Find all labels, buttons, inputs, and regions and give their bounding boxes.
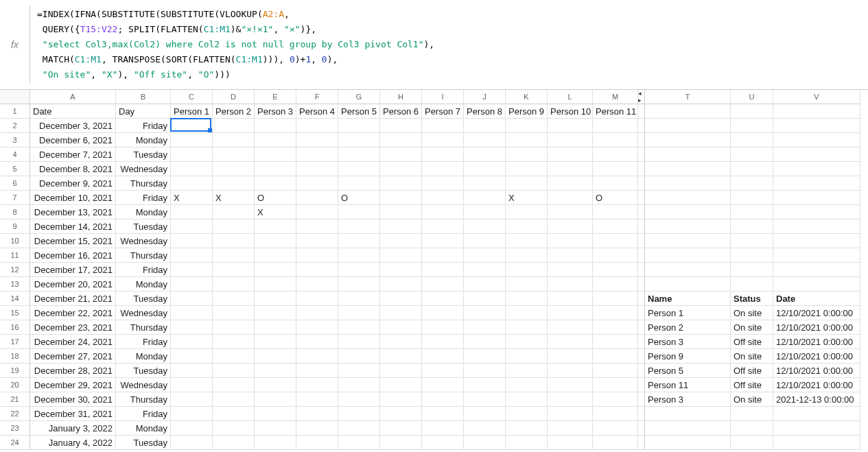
row-header-18[interactable]: 18 — [0, 349, 30, 364]
cell[interactable]: Person 8 — [464, 104, 506, 119]
cell[interactable]: December 24, 2021 — [30, 335, 116, 349]
cell[interactable] — [255, 277, 296, 292]
cell[interactable] — [213, 263, 255, 277]
cell[interactable] — [338, 320, 380, 335]
cell[interactable]: Person 11 — [645, 378, 731, 392]
row-header-10[interactable]: 10 — [0, 234, 30, 248]
cell[interactable] — [731, 176, 773, 191]
cell[interactable] — [338, 364, 380, 378]
cell[interactable] — [296, 349, 338, 364]
cell[interactable] — [506, 378, 548, 392]
cell[interactable] — [464, 147, 506, 162]
cell[interactable] — [731, 421, 773, 436]
row-header-17[interactable]: 17 — [0, 335, 30, 349]
cell[interactable] — [380, 176, 422, 191]
cell[interactable] — [255, 234, 296, 248]
cell[interactable] — [422, 421, 464, 436]
cell[interactable] — [296, 219, 338, 234]
cell[interactable] — [213, 205, 255, 219]
cell[interactable] — [593, 219, 638, 234]
cell[interactable] — [213, 436, 255, 450]
row-header-11[interactable]: 11 — [0, 248, 30, 263]
cell[interactable]: Person 10 — [548, 104, 593, 119]
cell[interactable] — [422, 219, 464, 234]
cell[interactable] — [255, 364, 296, 378]
cell[interactable] — [171, 392, 213, 407]
cell[interactable] — [773, 205, 860, 219]
cell[interactable] — [548, 162, 593, 176]
cell[interactable] — [773, 248, 860, 263]
cell[interactable]: Tuesday — [116, 219, 171, 234]
cell[interactable] — [645, 277, 731, 292]
cell[interactable] — [255, 133, 296, 147]
cell[interactable] — [171, 421, 213, 436]
cell[interactable] — [171, 320, 213, 335]
cell[interactable] — [380, 191, 422, 205]
cell[interactable] — [773, 176, 860, 191]
cell[interactable] — [464, 234, 506, 248]
cell[interactable] — [171, 119, 213, 133]
cell[interactable] — [296, 133, 338, 147]
cell[interactable]: Off site — [731, 364, 773, 378]
col-header-I[interactable]: I — [422, 90, 464, 104]
cell[interactable] — [296, 277, 338, 292]
cell[interactable] — [213, 407, 255, 421]
col-header-B[interactable]: B — [116, 90, 171, 104]
cell[interactable] — [380, 407, 422, 421]
cell[interactable] — [731, 133, 773, 147]
cell[interactable] — [773, 407, 860, 421]
cell[interactable]: X — [213, 191, 255, 205]
cell[interactable] — [548, 407, 593, 421]
cell[interactable] — [422, 248, 464, 263]
cell[interactable] — [506, 162, 548, 176]
row-header-6[interactable]: 6 — [0, 176, 30, 191]
cell[interactable] — [213, 320, 255, 335]
cell[interactable] — [506, 219, 548, 234]
cell[interactable] — [422, 306, 464, 320]
cell[interactable] — [773, 133, 860, 147]
cell[interactable]: 12/10/2021 0:00:00 — [773, 306, 860, 320]
cell[interactable] — [338, 219, 380, 234]
cell[interactable]: Person 5 — [645, 364, 731, 378]
cell[interactable]: Thursday — [116, 176, 171, 191]
cell[interactable] — [213, 147, 255, 162]
cell[interactable] — [213, 234, 255, 248]
cell[interactable] — [593, 349, 638, 364]
cell[interactable] — [255, 162, 296, 176]
cell[interactable]: Date — [30, 104, 116, 119]
cell[interactable] — [255, 306, 296, 320]
cell[interactable] — [464, 421, 506, 436]
cell[interactable] — [380, 147, 422, 162]
cell[interactable]: Friday — [116, 119, 171, 133]
cell[interactable] — [296, 421, 338, 436]
row-header-9[interactable]: 9 — [0, 219, 30, 234]
cell[interactable] — [548, 176, 593, 191]
cell[interactable] — [593, 119, 638, 133]
cell[interactable] — [338, 277, 380, 292]
cell[interactable] — [171, 176, 213, 191]
cell[interactable] — [731, 277, 773, 292]
row-header-20[interactable]: 20 — [0, 378, 30, 392]
cell[interactable] — [422, 205, 464, 219]
cell[interactable] — [548, 392, 593, 407]
cell[interactable] — [338, 119, 380, 133]
cell[interactable] — [506, 147, 548, 162]
cell[interactable]: 12/10/2021 0:00:00 — [773, 320, 860, 335]
cell[interactable] — [773, 162, 860, 176]
cell[interactable]: Person 1 — [645, 306, 731, 320]
cell[interactable] — [255, 378, 296, 392]
cell[interactable] — [338, 147, 380, 162]
cell[interactable] — [464, 335, 506, 349]
cell[interactable] — [593, 436, 638, 450]
cell[interactable]: December 3, 2021 — [30, 119, 116, 133]
cell[interactable] — [506, 364, 548, 378]
cell[interactable] — [380, 234, 422, 248]
cell[interactable]: 12/10/2021 0:00:00 — [773, 335, 860, 349]
cell[interactable] — [213, 349, 255, 364]
cell[interactable] — [338, 407, 380, 421]
cell[interactable]: December 14, 2021 — [30, 219, 116, 234]
cell[interactable] — [464, 436, 506, 450]
cell[interactable] — [548, 277, 593, 292]
cell[interactable]: Friday — [116, 191, 171, 205]
cell[interactable] — [464, 392, 506, 407]
